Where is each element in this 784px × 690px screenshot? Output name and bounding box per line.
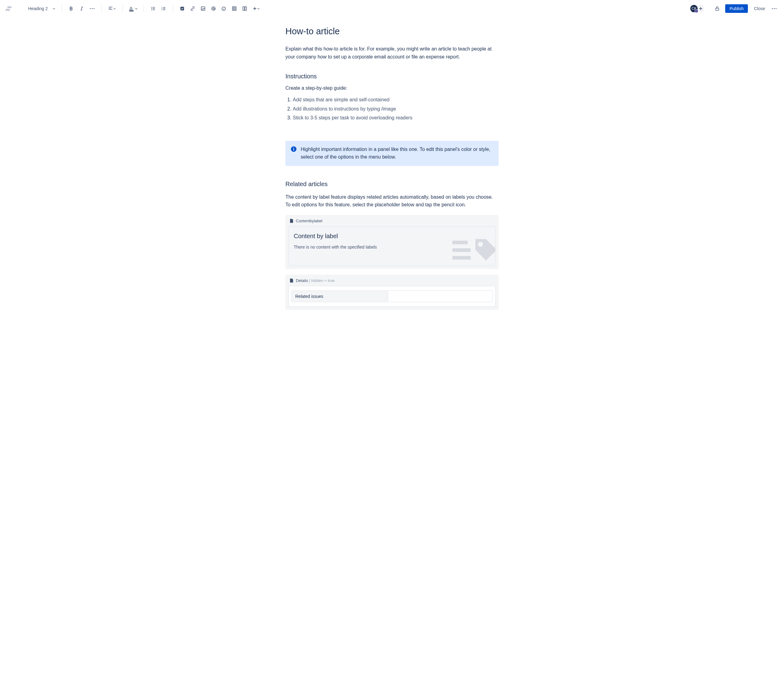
document-icon — [290, 219, 293, 223]
table-row: Related issues — [292, 291, 493, 302]
svg-text:3: 3 — [161, 9, 162, 10]
toolbar-divider — [122, 5, 123, 12]
avatar-stack: CK C — [690, 4, 705, 13]
svg-rect-19 — [245, 7, 247, 10]
restrictions-button[interactable] — [712, 4, 722, 13]
svg-point-25 — [293, 148, 294, 148]
info-panel[interactable]: Highlight important information in a pan… — [285, 141, 499, 166]
svg-point-3 — [151, 7, 152, 8]
svg-point-0 — [90, 8, 91, 9]
macro-header-label: Details — [296, 278, 308, 283]
svg-point-14 — [222, 7, 226, 10]
macro-body[interactable]: Content by label There is no content wit… — [288, 226, 496, 266]
document-icon — [290, 278, 293, 283]
editor-toolbar: Heading 2 123 — [0, 0, 784, 17]
svg-point-21 — [772, 8, 773, 9]
svg-rect-29 — [452, 256, 471, 260]
insert-more-button[interactable] — [250, 4, 262, 13]
svg-rect-17 — [232, 7, 236, 10]
table-button[interactable] — [229, 4, 239, 13]
list-item: 2.Add illustrations to instructions by t… — [285, 104, 499, 113]
list-item: 1.Add steps that are simple and self-con… — [285, 95, 499, 104]
avatar-badge: C — [695, 9, 698, 13]
panel-text[interactable]: Highlight important information in a pan… — [301, 146, 493, 161]
svg-point-1 — [92, 8, 92, 9]
toolbar-divider — [62, 5, 62, 12]
link-button[interactable] — [188, 4, 198, 13]
svg-point-12 — [212, 7, 215, 10]
table-value-cell[interactable] — [388, 291, 493, 302]
chevron-down-icon — [53, 8, 55, 10]
svg-rect-20 — [716, 8, 719, 10]
svg-point-16 — [224, 8, 225, 8]
emoji-button[interactable] — [219, 4, 229, 13]
label-decoration-icon — [452, 232, 496, 266]
heading-selector[interactable]: Heading 2 — [26, 5, 58, 12]
close-button[interactable]: Close — [751, 4, 768, 13]
svg-point-30 — [478, 242, 483, 247]
content-by-label-macro[interactable]: Contentbylabel Content by label There is… — [285, 215, 499, 269]
info-icon — [291, 146, 296, 152]
svg-point-23 — [776, 8, 777, 9]
details-table[interactable]: Related issues — [291, 291, 493, 302]
svg-point-15 — [223, 8, 224, 8]
alignment-button[interactable] — [106, 4, 118, 13]
publish-button[interactable]: Publish — [725, 4, 748, 13]
svg-rect-28 — [452, 248, 471, 252]
more-formatting-button[interactable] — [87, 4, 97, 13]
instructions-subhead[interactable]: Create a step-by-step guide: — [285, 85, 499, 91]
more-actions-button[interactable] — [769, 4, 779, 13]
numbered-list-button[interactable]: 123 — [159, 4, 168, 13]
action-item-button[interactable] — [177, 4, 187, 13]
editor-content[interactable]: How-to article Explain what this how-to … — [276, 26, 508, 310]
toolbar-divider — [143, 5, 144, 12]
layouts-button[interactable] — [240, 4, 250, 13]
steps-list[interactable]: 1.Add steps that are simple and self-con… — [285, 95, 499, 122]
macro-header: Contentbylabel — [288, 218, 496, 226]
instructions-heading[interactable]: Instructions — [285, 73, 499, 80]
bold-button[interactable] — [66, 4, 76, 13]
svg-point-5 — [151, 10, 152, 10]
macro-header: Details | hidden = true — [288, 278, 496, 286]
toolbar-divider — [173, 5, 173, 12]
image-button[interactable] — [198, 4, 208, 13]
macro-header-label: Contentbylabel — [296, 219, 323, 223]
heading-selector-label: Heading 2 — [28, 6, 48, 11]
table-label-cell[interactable]: Related issues — [292, 291, 388, 302]
macro-body[interactable]: Related issues — [288, 286, 496, 307]
toolbar-divider — [101, 5, 102, 12]
svg-rect-26 — [293, 148, 294, 151]
svg-point-4 — [151, 8, 152, 9]
bullet-list-button[interactable] — [148, 4, 158, 13]
macro-hidden-text: | hidden = true — [308, 278, 335, 283]
confluence-logo-icon — [5, 5, 12, 12]
page-title[interactable]: How-to article — [285, 26, 499, 36]
svg-rect-18 — [243, 7, 244, 10]
svg-point-22 — [774, 8, 775, 9]
intro-paragraph[interactable]: Explain what this how-to article is for.… — [285, 45, 499, 61]
italic-button[interactable] — [77, 4, 87, 13]
list-item: 3.Stick to 3-5 steps per task to avoid o… — [285, 113, 499, 122]
svg-point-11 — [202, 8, 203, 8]
svg-point-2 — [94, 8, 94, 9]
svg-rect-27 — [452, 241, 468, 244]
related-desc[interactable]: The content by label feature displays re… — [285, 193, 499, 209]
user-avatar[interactable]: CK C — [690, 4, 698, 13]
mention-button[interactable] — [209, 4, 218, 13]
related-articles-heading[interactable]: Related articles — [285, 181, 499, 188]
text-color-button[interactable] — [127, 4, 139, 13]
details-macro[interactable]: Details | hidden = true Related issues — [285, 274, 499, 310]
